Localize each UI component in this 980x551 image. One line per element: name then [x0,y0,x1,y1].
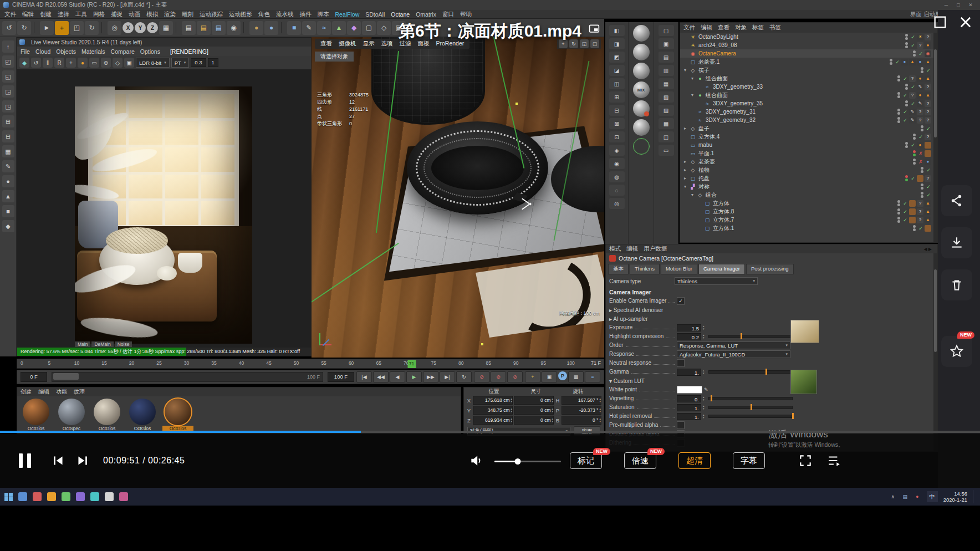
q-tag-icon[interactable]: ? [917,117,923,124]
taskbar-app-icon[interactable] [90,492,99,501]
toolbar-icon-button[interactable]: ◇ [377,21,391,35]
value-field-exposure[interactable]: 1.5 [677,324,701,331]
material-item[interactable]: OctGlos [127,399,158,432]
slider-hotpixel[interactable] [708,415,793,418]
toolbar-icon-button[interactable]: ◇ [113,58,122,68]
toolbar-icon-button[interactable]: ▣ [542,371,557,382]
tex-tag-icon[interactable] [917,175,923,182]
dropdown-order[interactable]: Response, Gamma, LUT▾ [677,341,790,349]
menu-item-角色[interactable]: 角色 [258,11,270,18]
toolbar-icon-button[interactable]: ◫ [609,78,625,89]
q-tag-icon[interactable]: ? [925,134,931,140]
toolbar-icon-button[interactable]: ▩ [659,118,674,129]
dotb-tag-icon[interactable]: ● [917,59,923,65]
visibility-dots[interactable] [913,134,916,140]
menu-item-帮助[interactable]: 帮助 [460,11,472,18]
toolbar-icon-button[interactable]: ▣ [124,58,134,68]
tex-tag-icon[interactable] [925,150,931,157]
toolbar-icon-button[interactable]: ▥ [659,65,674,76]
enable-check-icon[interactable]: ✓ [902,201,908,206]
param-group-upsampler[interactable]: ▸ AI up-sampler [609,316,648,322]
q-tag-icon[interactable]: ? [917,200,923,207]
toolbar-icon-button[interactable]: ≡ [585,371,600,382]
next-video-icon[interactable] [75,453,90,468]
render-pass-tab-DeMain[interactable]: DeMain [91,341,113,347]
toolbar-icon-button[interactable]: ■ [2,205,14,217]
object-row[interactable]: ≈3DXY_geometry_33✓✎? [680,83,933,91]
enable-check-icon[interactable]: ✓ [902,76,908,81]
menu-item-编辑[interactable]: 编辑 [22,11,34,18]
eyedropper-icon[interactable]: ✎ [704,387,708,392]
toolbar-icon-button[interactable]: ▤ [197,21,211,35]
object-row[interactable]: ▸◇老茶壶✗● [680,157,933,166]
object-row[interactable]: ▢立方体.7✓?▲ [680,216,933,224]
enable-check-icon[interactable]: ✓ [918,134,923,140]
exposure-texture-thumbnail[interactable] [790,320,819,343]
toolbar-icon-button[interactable]: ∧ [889,493,897,501]
menu-item-Objects[interactable]: Objects [56,48,76,55]
menu-item-动画[interactable]: 动画 [129,11,140,18]
toolbar-icon-button[interactable]: |◀ [356,371,372,382]
menu-item-网格[interactable]: 网格 [93,11,105,18]
menu-item-插件[interactable]: 插件 [300,11,312,18]
toolbar-icon-button[interactable]: ↻ [456,371,472,382]
coordinate-field[interactable]: -20.373 °▴▾ [562,406,601,415]
object-row[interactable]: ▢立方体✓?▲ [680,199,933,207]
taskbar-app-icon[interactable] [47,492,56,501]
object-row[interactable]: ☀OctaneDayLight✓☀? [680,33,933,41]
pen-tag-icon[interactable]: ✎ [909,109,916,115]
coordinate-field[interactable]: 0 cm▴▾ [514,406,554,415]
visibility-dots[interactable] [897,75,900,81]
delete-button[interactable] [941,269,972,300]
toolbar-icon-button[interactable]: ▤ [901,493,909,501]
toolbar-icon-button[interactable]: ◳ [2,100,14,113]
tri-tag-icon[interactable]: ▲ [909,59,916,65]
doto-tag-icon[interactable]: ● [917,75,923,82]
ime-indicator[interactable]: 中 [927,491,938,502]
visibility-dots[interactable] [913,225,916,231]
toolbar-icon-button[interactable]: ⊡ [609,131,625,142]
taskbar-app-icon[interactable] [18,492,27,501]
toolbar-icon-button[interactable]: ■ [287,21,301,35]
sun-tag-icon[interactable]: ☀ [917,34,923,40]
q-tag-icon[interactable]: ? [909,92,916,99]
toolbar-icon-button[interactable]: ＋ [55,21,69,35]
toolbar-icon-button[interactable]: ◆ [19,58,29,68]
material-item[interactable]: OctGlos [21,399,52,432]
toolbar-icon-button[interactable]: ◉ [227,21,241,35]
menu-item-纹理[interactable]: 纹理 [74,388,85,396]
toolbar-icon-button[interactable]: ⊟ [2,130,14,142]
toolbar-icon-button[interactable]: ◱ [2,70,14,83]
coordinate-field[interactable]: 167.507 °▴▾ [562,396,601,405]
menu-item-SDtoAll[interactable]: SDtoAll [365,11,385,18]
enable-check-icon[interactable]: ✓ [910,101,916,106]
toolbar-icon-button[interactable]: ✎ [2,160,14,172]
visibility-dots[interactable] [921,67,923,73]
region-scale-field[interactable]: 0.3 [191,58,206,67]
volume-knob[interactable] [515,458,521,465]
toolbar-icon-button[interactable]: ▧ [659,91,674,103]
toolbar-icon-button[interactable]: ▦ [159,21,173,35]
menu-item-显示[interactable]: 显示 [363,40,375,48]
object-row[interactable]: ▾▞对称✓ [680,182,933,191]
axis-lock-P-button[interactable]: P [558,371,567,380]
menu-item-File[interactable]: File [21,48,30,55]
material-ball-icon[interactable] [633,100,650,117]
toolbar-icon-button[interactable]: ⊞ [2,115,14,127]
menu-item-创建[interactable]: 创建 [40,11,52,18]
toolbar-icon-button[interactable]: ⊠ [609,118,625,129]
player-button-标记[interactable]: 标记NEW [570,452,602,469]
object-row[interactable]: ▢老茶壶.1✓●▲●▲ [680,58,933,66]
toolbar-icon-button[interactable]: ↑ [2,40,14,53]
object-manager-scrollbar[interactable] [933,33,937,242]
object-row[interactable]: ≈3DXY_geometry_32✓✎?? [680,116,933,124]
pen-tag-icon[interactable]: ✎ [909,117,916,124]
enable-check-icon[interactable]: ✓ [926,126,931,131]
axis-lock-X-button[interactable]: X [122,22,134,33]
download-button[interactable] [941,227,972,258]
menu-item-流水线[interactable]: 流水线 [276,11,294,18]
enable-check-icon[interactable]: ✗ [918,159,923,165]
coordinate-field[interactable]: 0 cm▴▾ [514,396,554,405]
enable-check-icon[interactable]: ✓ [902,118,908,123]
object-row[interactable]: ▢立方体.1✓ [680,224,933,232]
